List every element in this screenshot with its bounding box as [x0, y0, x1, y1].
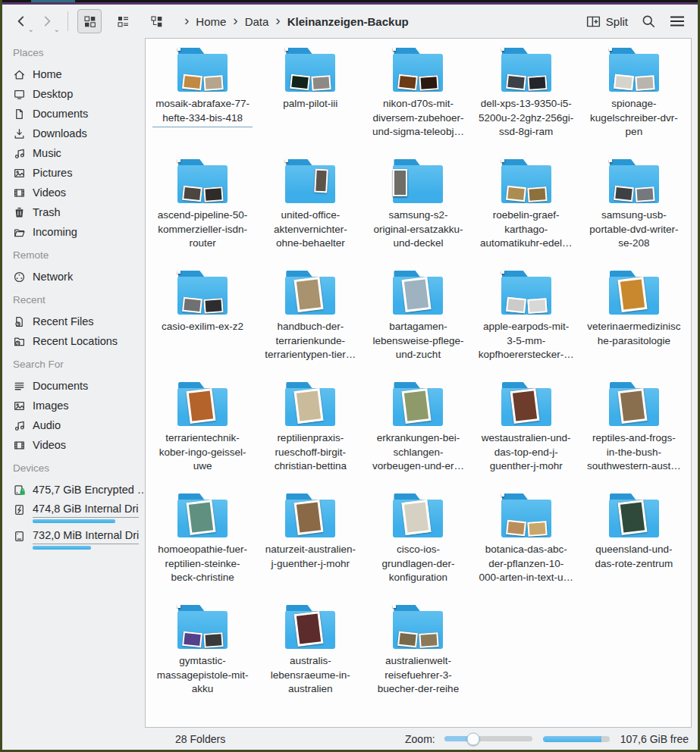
folder-item[interactable]: australienwelt-reisefuehrer-3-buecher-de…: [364, 605, 472, 716]
folder-icon: [13, 226, 26, 239]
sidebar-item-body: Desktop: [33, 87, 139, 101]
music-icon: [13, 419, 26, 432]
breadcrumb-item-kleinanzeigen-backup[interactable]: Kleinanzeigen-Backup: [283, 14, 413, 30]
forward-button[interactable]: ⌄: [36, 10, 58, 33]
view-mode-icons-button[interactable]: [77, 9, 102, 33]
sidebar-item-music[interactable]: Music: [11, 143, 140, 163]
folder-item[interactable]: queensland-und-das-rote-zentrum: [580, 494, 688, 605]
sidebar-item-474-8-gib-internal-dri[interactable]: 474,8 GiB Internal Dri…: [11, 500, 140, 526]
sidebar-item-downloads[interactable]: Downloads: [11, 124, 140, 143]
sidebar-item-documents[interactable]: Documents: [11, 104, 140, 124]
folder-icon: [501, 494, 551, 537]
thumbnail: [617, 277, 647, 312]
folder-item[interactable]: mosaik-abrafaxe-77-hefte-334-bis-418: [149, 48, 256, 159]
breadcrumb-item-data[interactable]: Data: [240, 14, 274, 30]
sidebar-item-label: Audio: [33, 419, 61, 431]
folder-icon: [609, 48, 659, 92]
folder-item[interactable]: palm-pilot-iii: [256, 48, 364, 159]
video-icon: [13, 186, 26, 199]
thumbnail: [393, 605, 396, 608]
breadcrumb-item-home[interactable]: Home: [191, 14, 231, 30]
sidebar-item-body: Videos: [33, 186, 139, 199]
sidebar-item-audio[interactable]: Audio: [11, 415, 140, 435]
forward-history-caret-icon[interactable]: ⌄: [54, 27, 60, 33]
sidebar-item-images[interactable]: Images: [11, 396, 140, 415]
sidebar-item-recent-files[interactable]: Recent Files: [11, 312, 140, 331]
split-view-icon: [586, 15, 601, 28]
folder-item[interactable]: roebelin-graef-karthago-automatikuhr-ede…: [472, 159, 580, 271]
folder-icon: [501, 271, 551, 315]
sidebar-item-home[interactable]: Home: [11, 64, 140, 84]
folder-label: queensland-und-das-rote-zentrum: [592, 543, 676, 571]
video-icon: [13, 439, 26, 452]
folder-icon: [285, 48, 335, 92]
menu-button[interactable]: [664, 9, 690, 33]
sidebar: PlacesHomeDesktopDocumentsDownloadsMusic…: [2, 38, 145, 750]
folder-item[interactable]: terrarientechnik-kober-ingo-geissel-uwe: [149, 382, 256, 494]
folder-item[interactable]: ascend-pipeline-50-kommerzieller-isdn-ro…: [149, 159, 256, 271]
thumbnail: [290, 74, 310, 91]
folder-item[interactable]: cisco-ios-grundlagen-der-konfiguration: [364, 494, 472, 605]
breadcrumb: ›Home›Data›Kleinanzeigen-Backup: [184, 14, 413, 30]
folder-item[interactable]: apple-earpods-mit-3-5-mm-kopfhoerersteck…: [472, 271, 580, 382]
sidebar-item-videos[interactable]: Videos: [11, 435, 140, 455]
sidebar-item-pictures[interactable]: Pictures: [11, 163, 140, 183]
folder-item[interactable]: erkrankungen-bei-schlangen-vorbeugen-und…: [364, 382, 472, 494]
folder-item[interactable]: gymtastic-massagepistole-mit-akku: [149, 605, 256, 716]
thumbnail: [203, 75, 223, 91]
sidebar-item-body: Trash: [33, 205, 139, 219]
sidebar-item-732-0-mib-internal-dri[interactable]: 732,0 MiB Internal Dri…: [11, 526, 140, 553]
thumbnail: [614, 74, 634, 91]
sidebar-item-body: 475,7 GiB Encrypted …: [33, 483, 139, 497]
details-view-icon: [117, 15, 130, 28]
sidebar-item-label: Recent Files: [33, 315, 94, 327]
folder-item[interactable]: samsung-usb-portable-dvd-writer-se-208: [580, 159, 688, 271]
sidebar-section: PlacesHomeDesktopDocumentsDownloadsMusic…: [11, 47, 140, 242]
back-button[interactable]: ⌄: [10, 10, 33, 33]
folder-item[interactable]: bartagamen-lebensweise-pflege-und-zucht: [364, 271, 472, 382]
sidebar-item-videos[interactable]: Videos: [11, 183, 140, 202]
split-button[interactable]: Split: [582, 12, 633, 31]
sidebar-item-recent-locations[interactable]: Recent Locations: [11, 331, 140, 351]
thumbnail: [635, 186, 654, 202]
recent-folder-icon: [13, 335, 26, 348]
sidebar-item-documents[interactable]: Documents: [11, 376, 140, 396]
folder-icon: [285, 382, 335, 426]
folder-item[interactable]: reptiles-and-frogs-in-the-bush-southwest…: [580, 382, 688, 494]
sidebar-item-network[interactable]: Network: [11, 267, 140, 287]
trash-icon: [13, 206, 26, 219]
sidebar-item-incoming[interactable]: Incoming: [11, 222, 140, 242]
folder-item[interactable]: dell-xps-13-9350-i5-5200u-2-2ghz-256gi-s…: [472, 48, 580, 159]
folder-item[interactable]: united-office-aktenvernichter-ohne-behae…: [256, 159, 364, 271]
zoom-slider-handle[interactable]: [466, 732, 479, 745]
folder-item[interactable]: naturzeit-australien-j-guenther-j-mohr: [256, 494, 364, 605]
folder-item[interactable]: homoeopathie-fuer-reptilien-steinke-beck…: [149, 494, 256, 605]
sidebar-item-475-7-gib-encrypted[interactable]: 475,7 GiB Encrypted …: [11, 480, 140, 500]
folder-item[interactable]: nikon-d70s-mit-diversem-zubehoer-und-sig…: [364, 48, 472, 159]
sidebar-item-label: Documents: [33, 108, 88, 120]
sidebar-item-body: Recent Locations: [33, 334, 139, 348]
folder-label: naturzeit-australien-j-guenther-j-mohr: [262, 543, 359, 571]
folder-item[interactable]: casio-exilim-ex-z2: [149, 271, 256, 382]
folder-item[interactable]: veterinaermedizinische-parasitologie: [580, 271, 688, 382]
folder-item[interactable]: handbuch-der-terrarienkunde-terrarientyp…: [256, 271, 364, 382]
folder-label: spionage-kugelschreiber-dvr-pen: [587, 97, 681, 139]
folder-icon: [609, 382, 659, 426]
view-mode-details-button[interactable]: [111, 9, 135, 33]
back-history-caret-icon[interactable]: ⌄: [28, 27, 34, 33]
view-mode-tree-button[interactable]: [144, 9, 168, 33]
sidebar-item-trash[interactable]: Trash: [11, 202, 140, 222]
folder-icon: [393, 382, 443, 426]
folder-label: samsung-usb-portable-dvd-writer-se-208: [586, 208, 681, 251]
zoom-label: Zoom:: [405, 733, 435, 745]
folder-item[interactable]: botanica-das-abc-der-pflanzen-10-000-art…: [472, 494, 580, 605]
search-button[interactable]: [636, 9, 661, 33]
folder-item[interactable]: spionage-kugelschreiber-dvr-pen: [580, 48, 688, 159]
content-view[interactable]: mosaik-abrafaxe-77-hefte-334-bis-418palm…: [145, 38, 692, 728]
folder-item[interactable]: samsung-s2-original-ersatzakku-und-decke…: [364, 159, 472, 271]
sidebar-item-desktop[interactable]: Desktop: [11, 84, 140, 104]
folder-item[interactable]: reptilienpraxis-rueschoff-birgit-christi…: [256, 382, 364, 494]
folder-item[interactable]: westaustralien-und-das-top-end-j-guenthe…: [472, 382, 580, 494]
zoom-slider[interactable]: [444, 732, 532, 745]
folder-item[interactable]: australis-lebensraeume-in-australien: [256, 605, 364, 716]
